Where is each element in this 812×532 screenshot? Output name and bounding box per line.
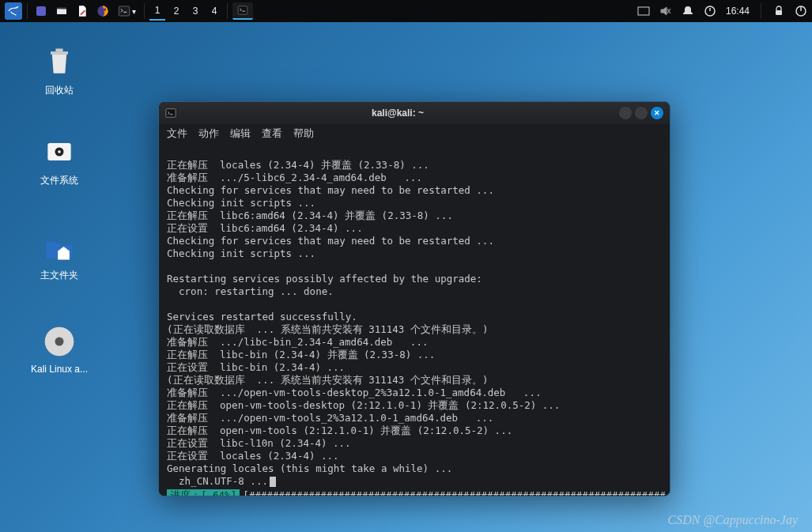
menu-help[interactable]: 帮助 bbox=[293, 126, 314, 141]
terminal-line: (正在读取数据库 ... 系统当前共安装有 311143 个文件和目录。) bbox=[167, 374, 488, 386]
terminal-line: 准备解压 .../5-libc6_2.34-4_amd64.deb ... bbox=[167, 172, 422, 183]
terminal-titlebar-icon bbox=[165, 108, 176, 119]
window-close-button[interactable] bbox=[651, 107, 663, 119]
terminal-line: Generating locales (this might take a wh… bbox=[167, 462, 452, 474]
svg-rect-0 bbox=[36, 6, 46, 16]
terminal-launcher-icon[interactable]: ▾ bbox=[115, 2, 139, 20]
svg-rect-3 bbox=[119, 6, 129, 16]
svg-rect-9 bbox=[51, 51, 68, 55]
menu-actions[interactable]: 动作 bbox=[198, 126, 219, 141]
terminal-line: Checking for services that may need to b… bbox=[167, 184, 494, 196]
firefox-icon[interactable] bbox=[94, 2, 111, 20]
terminal-line: (正在读取数据库 ... 系统当前共安装有 311143 个文件和目录。) bbox=[167, 323, 488, 335]
svg-rect-16 bbox=[166, 109, 176, 118]
power-icon[interactable] bbox=[704, 5, 716, 17]
desktop-icon-label: 回收站 bbox=[24, 84, 95, 97]
desktop-kali-app-icon[interactable]: Kali Linux a... bbox=[24, 323, 95, 375]
terminal-line: Checking for services that may need to b… bbox=[167, 235, 494, 247]
terminal-title-text: kali@kali: ~ bbox=[183, 108, 613, 119]
lock-icon[interactable] bbox=[772, 5, 785, 17]
terminal-line: Restarting services possibly affected by… bbox=[167, 273, 482, 285]
workspace-4[interactable]: 4 bbox=[206, 2, 222, 20]
terminal-line: cron: restarting ... done. bbox=[167, 285, 334, 297]
terminal-output[interactable]: 正在解压 locales (2.34-4) 并覆盖 (2.33-8) ... 准… bbox=[159, 143, 670, 496]
progress-bar: [#######################################… bbox=[243, 489, 670, 496]
terminal-line: Services restarted successfully. bbox=[167, 311, 357, 323]
desktop[interactable]: 回收站 文件系统 主文件夹 Kali Linux a... kali@kali:… bbox=[0, 22, 812, 532]
terminal-line: 正在解压 open-vm-tools (2:12.1.0-1) 并覆盖 (2:1… bbox=[167, 424, 512, 436]
panel-divider bbox=[761, 3, 761, 19]
terminal-line: 正在解压 locales (2.34-4) 并覆盖 (2.33-8) ... bbox=[167, 159, 429, 171]
terminal-window[interactable]: kali@kali: ~ 文件 动作 编辑 查看 帮助 正在解压 locales… bbox=[158, 101, 670, 496]
terminal-line: 正在设置 libc-bin (2.34-4) ... bbox=[167, 361, 345, 373]
terminal-line: 正在设置 libc6:amd64 (2.34-4) ... bbox=[167, 222, 363, 234]
workspace-overview-icon[interactable] bbox=[637, 5, 650, 17]
terminal-line: Checking init scripts ... bbox=[167, 197, 315, 209]
panel-app-icon[interactable] bbox=[32, 2, 50, 20]
terminal-line: Checking init scripts ... bbox=[167, 247, 315, 259]
progress-label: 进度：[ 64%] bbox=[167, 489, 240, 496]
chevron-down-icon[interactable]: ▾ bbox=[132, 7, 136, 16]
desktop-filesystem-icon[interactable]: 文件系统 bbox=[24, 133, 95, 187]
svg-point-13 bbox=[58, 150, 61, 153]
panel-divider bbox=[27, 3, 28, 19]
panel-divider bbox=[227, 3, 228, 19]
menu-file[interactable]: 文件 bbox=[167, 126, 187, 141]
svg-rect-4 bbox=[238, 6, 247, 15]
desktop-trash-icon[interactable]: 回收站 bbox=[24, 43, 95, 97]
menu-view[interactable]: 查看 bbox=[262, 126, 282, 141]
desktop-icon-label: 主文件夹 bbox=[24, 269, 95, 282]
workspace-3[interactable]: 3 bbox=[187, 2, 203, 20]
clock-text[interactable]: 16:44 bbox=[726, 6, 750, 17]
window-maximize-button[interactable] bbox=[635, 107, 648, 119]
desktop-icon-label: Kali Linux a... bbox=[24, 364, 95, 375]
top-panel: ▾ 1 2 3 4 16:44 bbox=[0, 0, 812, 22]
menu-edit[interactable]: 编辑 bbox=[230, 126, 251, 141]
desktop-home-icon[interactable]: 主文件夹 bbox=[24, 228, 95, 282]
terminal-line: 准备解压 .../open-vm-tools-desktop_2%3a12.1.… bbox=[167, 387, 541, 398]
text-editor-icon[interactable] bbox=[74, 2, 91, 20]
svg-rect-7 bbox=[776, 10, 782, 15]
workspace-2[interactable]: 2 bbox=[168, 2, 184, 20]
svg-rect-10 bbox=[55, 49, 62, 52]
terminal-line: 正在解压 libc-bin (2.34-4) 并覆盖 (2.33-8) ... bbox=[167, 349, 435, 360]
terminal-line: 正在设置 libc-l10n (2.34-4) ... bbox=[167, 437, 351, 449]
logout-icon[interactable] bbox=[795, 5, 807, 17]
terminal-cursor bbox=[270, 477, 276, 487]
desktop-icon-label: 文件系统 bbox=[24, 174, 95, 187]
window-minimize-button[interactable] bbox=[619, 107, 632, 119]
terminal-line: 准备解压 .../libc-bin_2.34-4_amd64.deb ... bbox=[167, 336, 428, 348]
taskbar-terminal-item[interactable] bbox=[232, 2, 253, 20]
terminal-titlebar[interactable]: kali@kali: ~ bbox=[159, 102, 670, 124]
terminal-menubar: 文件 动作 编辑 查看 帮助 bbox=[159, 124, 670, 143]
kali-menu-icon[interactable] bbox=[5, 2, 22, 20]
file-manager-icon[interactable] bbox=[53, 2, 70, 20]
terminal-line: 准备解压 .../open-vm-tools_2%3a12.1.0-1_amd6… bbox=[167, 412, 493, 424]
svg-rect-5 bbox=[638, 7, 649, 15]
terminal-line: 正在设置 locales (2.34-4) ... bbox=[167, 450, 339, 462]
notifications-icon[interactable] bbox=[682, 5, 694, 17]
svg-point-15 bbox=[55, 338, 64, 346]
terminal-line: zh_CN.UTF-8 ... bbox=[167, 475, 268, 487]
watermark-text: CSDN @Cappuccino-Jay bbox=[668, 513, 798, 527]
panel-divider bbox=[144, 3, 145, 19]
svg-rect-1 bbox=[57, 7, 66, 9]
progress-line: 进度：[ 64%][##############################… bbox=[167, 489, 662, 496]
workspace-1[interactable]: 1 bbox=[149, 2, 165, 21]
terminal-line: 正在解压 open-vm-tools-desktop (2:12.1.0-1) … bbox=[167, 399, 560, 411]
audio-muted-icon[interactable] bbox=[659, 5, 672, 17]
terminal-line: 正在解压 libc6:amd64 (2.34-4) 并覆盖 (2.33-8) .… bbox=[167, 209, 453, 221]
